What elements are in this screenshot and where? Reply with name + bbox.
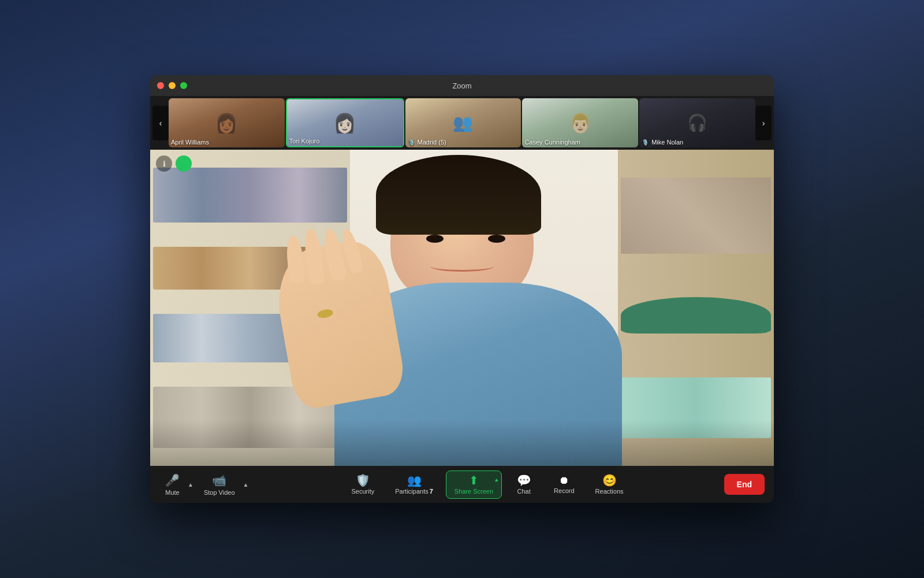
reactions-button[interactable]: 😊 Reactions [587, 471, 632, 498]
security-label: Security [351, 488, 374, 495]
traffic-lights [157, 82, 187, 89]
record-icon: ⏺ [559, 475, 569, 486]
chevron-up-icon: ▲ [188, 481, 193, 488]
participants-button[interactable]: 👥 Participants7 [387, 471, 441, 498]
toolbar-center: 🛡️ Security 👥 Participants7 ⬆ Share Scre… [251, 470, 724, 499]
strip-next-button[interactable]: › [755, 106, 772, 140]
close-button[interactable] [157, 82, 164, 89]
stop-video-label: Stop Video [204, 489, 235, 496]
video-fade [150, 420, 774, 466]
share-screen-button[interactable]: ⬆ Share Screen ▲ [446, 470, 502, 499]
participants-row: 👩🏾 April Williams 👩🏻 Tori Kojuro 👥 [169, 98, 755, 147]
reactions-icon: 😊 [602, 475, 617, 486]
participant-thumb-april[interactable]: 👩🏾 April Williams [169, 98, 285, 147]
mic-icon: 🎤 [165, 473, 180, 487]
shield-checkmark-icon: ✓ [181, 160, 187, 168]
mute-label: Mute [165, 489, 179, 496]
window-title: Zoom [452, 81, 471, 90]
share-chevron-icon[interactable]: ▲ [494, 477, 499, 483]
participant-thumb-madrid[interactable]: 👥 🎙️ Madrid (5) [405, 98, 521, 147]
thumb-label-casey: Casey Cunningham [524, 139, 580, 146]
chevron-up-icon-2: ▲ [243, 481, 249, 488]
chat-label: Chat [517, 488, 530, 495]
camera-icon: 📹 [212, 473, 226, 487]
toolbar-right: End [724, 474, 765, 495]
record-button[interactable]: ⏺ Record [546, 472, 582, 498]
thumb-label-tori: Tori Kojuro [289, 138, 320, 144]
thumb-label-april: April Williams [171, 139, 209, 146]
share-screen-label: Share Screen [454, 488, 493, 495]
participant-thumb-casey[interactable]: 👨🏼 Casey Cunningham [522, 98, 638, 147]
security-icon: 🛡️ [356, 475, 370, 486]
end-button[interactable]: End [724, 474, 765, 495]
chat-button[interactable]: 💬 Chat [506, 471, 541, 498]
title-bar: Zoom [150, 75, 774, 96]
mute-group: 🎤 Mute ▲ [159, 470, 196, 499]
minimize-button[interactable] [169, 82, 176, 89]
video-scene [150, 150, 774, 466]
video-overlay-icons: ℹ ✓ [156, 155, 192, 172]
reactions-label: Reactions [595, 488, 624, 495]
security-button[interactable]: 🛡️ Security [343, 471, 382, 498]
share-screen-icon: ⬆ [469, 475, 479, 486]
record-label: Record [554, 487, 574, 494]
main-video: ℹ ✓ [150, 150, 774, 466]
thumb-label-mike: 🎙️ Mike Nolan [642, 139, 683, 146]
participants-icon: 👥 [407, 475, 422, 486]
toolbar-left: 🎤 Mute ▲ 📹 Stop Video ▲ [159, 470, 251, 499]
toolbar: 🎤 Mute ▲ 📹 Stop Video ▲ [150, 466, 774, 503]
thumb-label-madrid: 🎙️ Madrid (5) [408, 139, 446, 146]
security-overlay-button[interactable]: ✓ [176, 155, 192, 172]
participant-thumb-tori[interactable]: 👩🏻 Tori Kojuro [286, 98, 404, 147]
info-icon: ℹ [163, 160, 166, 168]
mute-chevron[interactable]: ▲ [185, 478, 196, 491]
strip-prev-button[interactable]: ‹ [152, 106, 169, 140]
mute-button[interactable]: 🎤 Mute [159, 470, 185, 499]
info-overlay-button[interactable]: ℹ [156, 155, 172, 172]
stop-video-group: 📹 Stop Video ▲ [198, 470, 251, 499]
video-chevron[interactable]: ▲ [241, 478, 251, 491]
stop-video-button[interactable]: 📹 Stop Video [198, 470, 241, 499]
participant-thumb-mike[interactable]: 🎧 🎙️ Mike Nolan [639, 98, 755, 147]
participants-label: Participants7 [395, 488, 433, 495]
zoom-window: Zoom ‹ 👩🏾 April Williams 👩🏻 [150, 75, 774, 503]
participant-strip: ‹ 👩🏾 April Williams 👩🏻 Tori Kojuro [150, 96, 774, 150]
maximize-button[interactable] [180, 82, 187, 89]
chat-icon: 💬 [517, 475, 531, 486]
